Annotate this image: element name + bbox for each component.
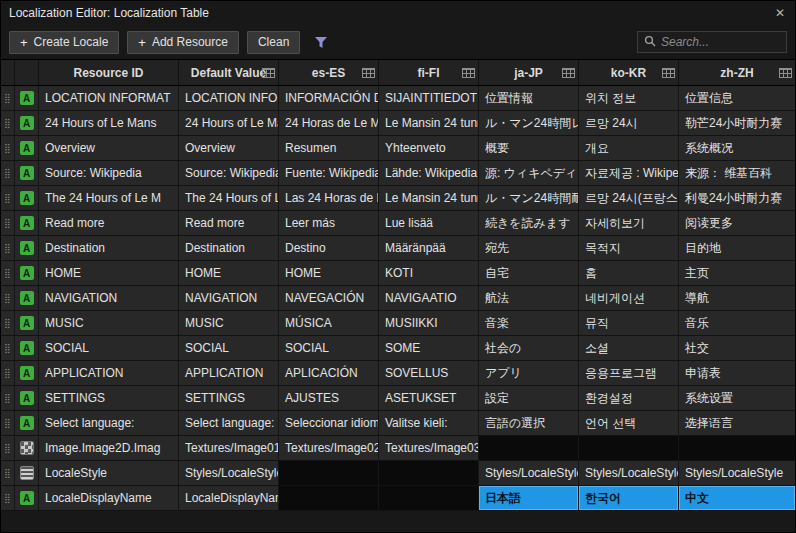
row-drag-handle[interactable]: ⣿ xyxy=(1,386,15,410)
locale-sheet-icon[interactable] xyxy=(262,68,275,78)
table-row[interactable]: ⣿Image.Image2D.ImagTextures/Image01Textu… xyxy=(1,436,795,461)
cell-default-value[interactable]: 24 Hours of Le Ma xyxy=(179,111,279,135)
cell-es-es[interactable]: Fuente: Wikipedia xyxy=(279,161,379,185)
cell-fi-fi[interactable] xyxy=(379,486,479,510)
cell-es-es[interactable]: Destino xyxy=(279,236,379,260)
table-row[interactable]: ⣿LocaleStyleStyles/LocaleStyleStyles/Loc… xyxy=(1,461,795,486)
cell-fi-fi[interactable]: Valitse kieli: xyxy=(379,411,479,435)
cell-resource-id[interactable]: Image.Image2D.Imag xyxy=(39,436,179,460)
cell-fi-fi[interactable]: KOTI xyxy=(379,261,479,285)
row-drag-handle[interactable]: ⣿ xyxy=(1,311,15,335)
cell-zh-zh[interactable]: 系统设置 xyxy=(679,386,795,410)
cell-zh-zh[interactable] xyxy=(679,436,795,460)
locale-sheet-icon[interactable] xyxy=(662,68,675,78)
cell-zh-zh[interactable]: 申请表 xyxy=(679,361,795,385)
table-row[interactable]: ⣿AThe 24 Hours of Le MThe 24 Hours of LL… xyxy=(1,186,795,211)
cell-es-es[interactable]: APLICACIÓN xyxy=(279,361,379,385)
table-row[interactable]: ⣿ASelect language:Select language:Selecc… xyxy=(1,411,795,436)
cell-default-value[interactable]: LocaleDisplayNam xyxy=(179,486,279,510)
cell-zh-zh[interactable]: 阅读更多 xyxy=(679,211,795,235)
cell-fi-fi[interactable]: MUSIIKKI xyxy=(379,311,479,335)
cell-es-es[interactable]: 24 Horas de Le M xyxy=(279,111,379,135)
cell-default-value[interactable]: Textures/Image01 xyxy=(179,436,279,460)
cell-ko-kr[interactable]: 뮤직 xyxy=(579,311,679,335)
cell-resource-id[interactable]: The 24 Hours of Le M xyxy=(39,186,179,210)
table-row[interactable]: ⣿A24 Hours of Le Mans24 Hours of Le Ma24… xyxy=(1,111,795,136)
row-drag-handle[interactable]: ⣿ xyxy=(1,211,15,235)
cell-fi-fi[interactable]: Textures/Image03 xyxy=(379,436,479,460)
cell-zh-zh[interactable]: 社交 xyxy=(679,336,795,360)
cell-ja-jp[interactable]: 設定 xyxy=(479,386,579,410)
cell-ja-jp[interactable]: 社会の xyxy=(479,336,579,360)
row-drag-handle[interactable]: ⣿ xyxy=(1,411,15,435)
cell-zh-zh[interactable]: 位置信息 xyxy=(679,86,795,110)
cell-fi-fi[interactable]: Le Mansin 24 tunn xyxy=(379,186,479,210)
cell-es-es[interactable] xyxy=(279,486,379,510)
column-header-ko-kr[interactable]: ko-KR xyxy=(579,60,679,85)
cell-default-value[interactable]: Styles/LocaleStyle xyxy=(179,461,279,485)
table-row[interactable]: ⣿AAPPLICATIONAPPLICATIONAPLICACIÓNSOVELL… xyxy=(1,361,795,386)
cell-default-value[interactable]: LOCATION INFOR xyxy=(179,86,279,110)
search-input[interactable] xyxy=(661,35,780,49)
cell-default-value[interactable]: Destination xyxy=(179,236,279,260)
cell-es-es[interactable]: Textures/Image02 xyxy=(279,436,379,460)
cell-ko-kr[interactable]: 자료제공 : Wikipe xyxy=(579,161,679,185)
cell-default-value[interactable]: HOME xyxy=(179,261,279,285)
cell-resource-id[interactable]: Overview xyxy=(39,136,179,160)
create-locale-button[interactable]: + Create Locale xyxy=(9,31,119,54)
cell-es-es[interactable]: HOME xyxy=(279,261,379,285)
cell-resource-id[interactable]: LocaleDisplayName xyxy=(39,486,179,510)
cell-zh-zh[interactable]: 来源： 维基百科 xyxy=(679,161,795,185)
cell-ko-kr[interactable]: 홈 xyxy=(579,261,679,285)
funnel-filter-icon[interactable] xyxy=(314,36,328,49)
close-icon[interactable]: ✕ xyxy=(773,6,787,20)
cell-ko-kr[interactable]: 네비게이션 xyxy=(579,286,679,310)
cell-default-value[interactable]: NAVIGATION xyxy=(179,286,279,310)
cell-zh-zh[interactable]: 音乐 xyxy=(679,311,795,335)
locale-sheet-icon[interactable] xyxy=(362,68,375,78)
row-drag-handle[interactable]: ⣿ xyxy=(1,286,15,310)
cell-es-es[interactable] xyxy=(279,461,379,485)
cell-ko-kr[interactable]: 한국어 xyxy=(579,486,679,510)
cell-resource-id[interactable]: SOCIAL xyxy=(39,336,179,360)
cell-fi-fi[interactable]: SIJAINTITIEDOT xyxy=(379,86,479,110)
cell-resource-id[interactable]: Select language: xyxy=(39,411,179,435)
row-drag-handle[interactable]: ⣿ xyxy=(1,361,15,385)
cell-fi-fi[interactable]: Lue lisää xyxy=(379,211,479,235)
clean-button[interactable]: Clean xyxy=(247,31,300,54)
cell-default-value[interactable]: Read more xyxy=(179,211,279,235)
cell-fi-fi[interactable]: Yhteenveto xyxy=(379,136,479,160)
cell-default-value[interactable]: MUSIC xyxy=(179,311,279,335)
row-drag-handle[interactable]: ⣿ xyxy=(1,86,15,110)
row-drag-handle[interactable]: ⣿ xyxy=(1,336,15,360)
cell-default-value[interactable]: APPLICATION xyxy=(179,361,279,385)
cell-ko-kr[interactable]: 응용프로그램 xyxy=(579,361,679,385)
column-header-fi-fi[interactable]: fi-FI xyxy=(379,60,479,85)
cell-resource-id[interactable]: LOCATION INFORMAT xyxy=(39,86,179,110)
cell-resource-id[interactable]: Read more xyxy=(39,211,179,235)
cell-zh-zh[interactable]: 勒芒24小时耐力赛 xyxy=(679,111,795,135)
row-drag-handle[interactable]: ⣿ xyxy=(1,186,15,210)
search-box[interactable] xyxy=(637,31,787,53)
column-header-default-value[interactable]: Default Value xyxy=(179,60,279,85)
cell-resource-id[interactable]: Destination xyxy=(39,236,179,260)
cell-es-es[interactable]: Leer más xyxy=(279,211,379,235)
table-row[interactable]: ⣿ADestinationDestinationDestinoMääränpää… xyxy=(1,236,795,261)
cell-ko-kr[interactable]: 르망 24시(프랑스 xyxy=(579,186,679,210)
cell-default-value[interactable]: SOCIAL xyxy=(179,336,279,360)
cell-fi-fi[interactable]: Le Mansin 24 tunn xyxy=(379,111,479,135)
column-header-zh-zh[interactable]: zh-ZH xyxy=(679,60,795,85)
cell-es-es[interactable]: NAVEGACIÓN xyxy=(279,286,379,310)
cell-resource-id[interactable]: Source: Wikipedia xyxy=(39,161,179,185)
cell-fi-fi[interactable]: SOVELLUS xyxy=(379,361,479,385)
cell-es-es[interactable]: MÚSICA xyxy=(279,311,379,335)
cell-ja-jp[interactable]: 続きを読みます xyxy=(479,211,579,235)
cell-ko-kr[interactable]: 목적지 xyxy=(579,236,679,260)
cell-default-value[interactable]: The 24 Hours of L xyxy=(179,186,279,210)
cell-zh-zh[interactable]: Styles/LocaleStyle xyxy=(679,461,795,485)
cell-zh-zh[interactable]: 目的地 xyxy=(679,236,795,260)
cell-ko-kr[interactable]: 개요 xyxy=(579,136,679,160)
row-drag-handle[interactable]: ⣿ xyxy=(1,436,15,460)
cell-es-es[interactable]: SOCIAL xyxy=(279,336,379,360)
cell-ja-jp[interactable]: ル・マン24時間レース xyxy=(479,111,579,135)
